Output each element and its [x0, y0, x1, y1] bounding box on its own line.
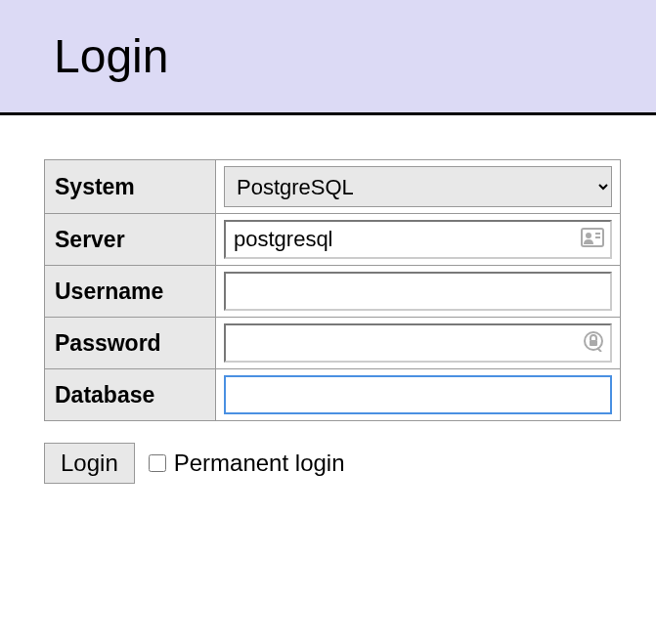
table-row: Password	[45, 318, 621, 369]
system-label: System	[45, 160, 216, 214]
username-input[interactable]	[224, 272, 612, 311]
system-cell: PostgreSQL	[216, 160, 621, 214]
permanent-login-wrap: Permanent login	[149, 450, 345, 477]
password-label: Password	[45, 318, 216, 369]
server-input[interactable]	[224, 220, 612, 259]
table-row: System PostgreSQL	[45, 160, 621, 214]
server-cell	[216, 214, 621, 266]
system-select[interactable]: PostgreSQL	[224, 166, 612, 207]
page-header: Login	[0, 0, 656, 115]
table-row: Database	[45, 369, 621, 421]
login-table: System PostgreSQL Server	[44, 159, 621, 421]
database-cell	[216, 369, 621, 421]
page-title: Login	[54, 29, 617, 83]
password-input[interactable]	[224, 323, 612, 363]
table-row: Username	[45, 266, 621, 318]
database-label: Database	[45, 369, 216, 421]
username-cell	[216, 266, 621, 318]
password-cell	[216, 318, 621, 369]
login-form: System PostgreSQL Server	[0, 115, 656, 523]
form-actions: Login Permanent login	[44, 443, 617, 484]
permanent-login-checkbox[interactable]	[149, 454, 166, 472]
permanent-login-label: Permanent login	[174, 450, 345, 477]
server-label: Server	[45, 214, 216, 266]
table-row: Server	[45, 214, 621, 266]
database-input[interactable]	[224, 375, 612, 414]
username-label: Username	[45, 266, 216, 318]
login-button[interactable]: Login	[44, 443, 135, 484]
